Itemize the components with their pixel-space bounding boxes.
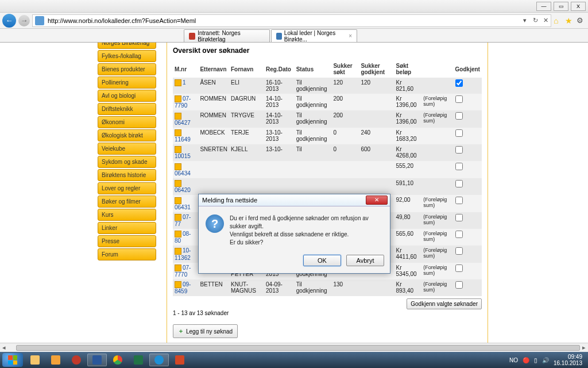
sidebar-item[interactable]: Pollinering: [98, 76, 156, 89]
window-minimize-button[interactable]: —: [536, 2, 551, 11]
sidebar-item[interactable]: Fylkes-/lokallag: [98, 50, 156, 62]
tray-clock[interactable]: 09:49 16.10.2013: [554, 354, 582, 366]
taskbar-word-icon[interactable]: [87, 354, 107, 366]
cell-regdato: 04-09-2013: [264, 279, 295, 296]
favorites-star-icon[interactable]: ★: [565, 16, 574, 25]
window-close-button[interactable]: X: [571, 2, 586, 11]
sidebar-item[interactable]: Økonomi: [98, 116, 156, 128]
sidebar-item[interactable]: Birøktens historie: [98, 169, 156, 181]
cell-note: (Foreløpig sum): [421, 279, 453, 296]
approve-checkbox[interactable]: [455, 112, 463, 120]
scroll-right-icon[interactable]: ▸: [580, 344, 588, 351]
cell-etternavn: SNERTEN: [198, 144, 229, 161]
approve-checkbox[interactable]: [455, 264, 463, 272]
approve-selected-button[interactable]: Godkjenn valgte søknader: [407, 298, 482, 309]
sidebar-item[interactable]: Avl og biologi: [98, 90, 156, 102]
col-etternavn: Etternavn: [198, 60, 229, 78]
mnr-link[interactable]: 06431: [175, 204, 191, 210]
horizontal-scrollbar[interactable]: ◂ ▸: [0, 343, 588, 352]
cell-etternavn: ÅSEN: [198, 78, 229, 94]
favorites-home-icon[interactable]: ⌂: [554, 16, 563, 25]
refresh-icon[interactable]: ↻: [530, 17, 540, 24]
question-icon: ?: [206, 214, 224, 233]
taskbar-excel-icon[interactable]: [129, 354, 148, 366]
tab-lokal-leder[interactable]: Lokal leder | Norges Birøkte... ×: [271, 29, 357, 42]
sidebar-item[interactable]: Linker: [98, 222, 156, 234]
cell-sukker-godkjent: [359, 110, 394, 127]
address-bar[interactable]: ▾ ↻ ✕: [32, 14, 551, 27]
taskbar-opera-icon[interactable]: [67, 354, 86, 366]
back-button[interactable]: ←: [2, 14, 16, 28]
stop-icon[interactable]: ✕: [540, 17, 551, 24]
approve-checkbox[interactable]: [455, 281, 463, 289]
cell-status: [295, 178, 332, 195]
mnr-link[interactable]: 10015: [175, 153, 191, 159]
window-maximize-button[interactable]: ▭: [554, 2, 568, 11]
cell-note: (Foreløpig sum): [421, 212, 453, 229]
mnr-link[interactable]: 06420: [175, 187, 191, 193]
mnr-link[interactable]: 06434: [175, 170, 191, 177]
url-dropdown-icon[interactable]: ▾: [520, 17, 530, 24]
start-button[interactable]: [2, 353, 23, 367]
approve-checkbox[interactable]: [455, 163, 463, 170]
tray-lang[interactable]: NO: [509, 357, 518, 363]
approve-checkbox[interactable]: [455, 231, 463, 238]
sidebar-item[interactable]: Bienes produkter: [98, 63, 156, 75]
sidebar-item[interactable]: Veiekube: [98, 143, 156, 155]
approve-checkbox[interactable]: [455, 180, 463, 187]
forward-button[interactable]: →: [18, 15, 30, 26]
cell-sukker-sokt: [331, 178, 359, 195]
approve-checkbox[interactable]: [455, 95, 463, 103]
sidebar-item[interactable]: Lover og regler: [98, 182, 156, 194]
taskbar-chrome-icon[interactable]: [108, 354, 127, 366]
cell-note: (Foreløpig sum): [421, 263, 453, 279]
sidebar-item[interactable]: Presse: [98, 235, 156, 247]
add-application-button[interactable]: ＋ Legg til ny søknad: [173, 324, 238, 338]
tab-intranett[interactable]: Intranett: Norges Birøkterlag: [184, 29, 270, 42]
scroll-left-icon[interactable]: ◂: [0, 344, 8, 351]
sidebar-item[interactable]: Kurs: [98, 209, 156, 221]
sidebar-item[interactable]: Sykdom og skade: [98, 156, 156, 168]
dialog-line1: Du er i ferd med å godkjenne søknader om…: [230, 214, 383, 231]
taskbar-ie-icon[interactable]: [149, 354, 169, 366]
dialog-titlebar: Melding fra nettside ✕: [199, 194, 390, 206]
dialog-ok-button[interactable]: OK: [303, 255, 341, 266]
sidebar-item[interactable]: Norges Birøkterlag: [98, 43, 156, 49]
tray-flag-icon[interactable]: 🔴: [523, 357, 529, 363]
approve-checkbox[interactable]: [455, 129, 463, 137]
taskbar-explorer-icon[interactable]: [25, 354, 45, 366]
taskbar-outlook-icon[interactable]: [46, 354, 65, 366]
mnr-link[interactable]: 11649: [175, 136, 191, 143]
approve-checkbox[interactable]: [455, 214, 463, 221]
mnr-link[interactable]: 1: [183, 79, 186, 86]
scroll-thumb[interactable]: [16, 345, 580, 351]
cell-note: [421, 128, 453, 144]
row-icon: [175, 248, 181, 255]
sidebar-item[interactable]: Økologisk birøkt: [98, 129, 156, 141]
dialog-cancel-button[interactable]: Avbryt: [346, 255, 384, 266]
cell-etternavn: ROMMEN: [198, 94, 229, 110]
url-input[interactable]: [47, 17, 520, 24]
tray-volume-icon[interactable]: 🔊: [542, 357, 549, 363]
mnr-link[interactable]: 06427: [175, 120, 191, 126]
dialog-close-button[interactable]: ✕: [366, 195, 388, 205]
row-icon: [175, 79, 181, 86]
taskbar-powerpoint-icon[interactable]: [170, 354, 189, 366]
table-row: 06420591,10: [173, 178, 482, 195]
cell-sukker-godkjent: [359, 279, 394, 296]
sidebar-item[interactable]: Bøker og filmer: [98, 195, 156, 208]
settings-gear-icon[interactable]: ⚙: [577, 16, 586, 25]
plus-icon: ＋: [178, 327, 184, 335]
approve-checkbox[interactable]: [455, 247, 463, 255]
tray-network-icon[interactable]: ▯: [534, 357, 537, 363]
cell-fornavn: KJELL: [229, 144, 264, 161]
tab-close-icon[interactable]: ×: [349, 33, 352, 39]
page-viewport: Norges BirøkterlagFylkes-/lokallagBienes…: [0, 43, 588, 352]
cell-sukker-sokt: 200: [331, 110, 359, 127]
approve-checkbox[interactable]: [455, 146, 463, 154]
sidebar-item[interactable]: Driftsteknikk: [98, 103, 156, 115]
approve-checkbox[interactable]: [455, 197, 463, 204]
approve-checkbox[interactable]: [455, 79, 463, 87]
cell-regdato: [264, 161, 295, 178]
sidebar-item[interactable]: Forum: [98, 248, 156, 260]
